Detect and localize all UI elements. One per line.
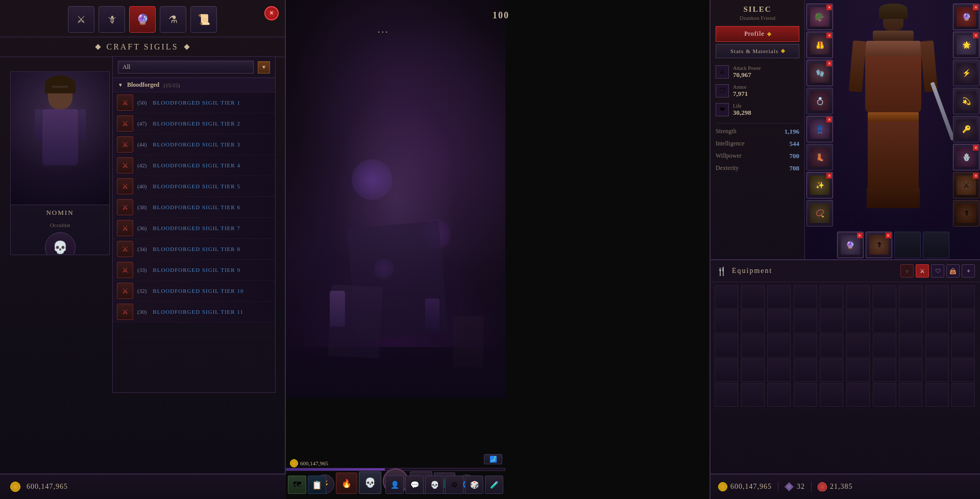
inv-slot-3-9[interactable] (951, 359, 975, 382)
sigil-item-3[interactable]: (42) BLOODFORGED SIGIL TIER 4 (113, 155, 275, 176)
potion-button[interactable]: 🧪 (485, 476, 503, 494)
inv-slot-4-5[interactable] (846, 383, 870, 407)
nav-tab-2[interactable]: 🗡 (99, 6, 125, 33)
inv-slot-4-6[interactable] (873, 383, 896, 407)
inv-slot-1-1[interactable] (741, 310, 765, 333)
inv-slot-1-3[interactable] (794, 310, 817, 333)
inv-slot-4-4[interactable] (820, 383, 843, 407)
filter-dropdown-button[interactable]: ▼ (258, 61, 270, 73)
inv-slot-4-7[interactable] (899, 383, 922, 407)
chat-button[interactable]: 💬 (405, 476, 424, 494)
inv-slot-0-9[interactable] (951, 285, 975, 309)
filter-btn-shield[interactable]: 🛡 (931, 264, 944, 278)
inv-slot-4-8[interactable] (925, 383, 949, 407)
sigil-item-0[interactable]: (50) BLOODFORGED SIGIL TIER 1 (113, 92, 275, 113)
category-header[interactable]: ▼ Bloodforged (15/15) (113, 78, 275, 92)
slot-empty1[interactable] (894, 232, 921, 258)
inv-slot-2-6[interactable] (873, 334, 896, 358)
inv-slot-1-0[interactable] (715, 310, 738, 333)
inv-slot-0-6[interactable] (873, 285, 896, 309)
inv-slot-4-3[interactable] (794, 383, 817, 407)
slot-r4[interactable]: 💫 (953, 88, 979, 114)
filter-select-display[interactable]: All (118, 61, 254, 73)
inv-slot-0-3[interactable] (794, 285, 817, 309)
inv-slot-1-6[interactable] (873, 310, 896, 333)
inv-slot-2-7[interactable] (899, 334, 922, 358)
sigil-item-1[interactable]: (47) BLOODFORGED SIGIL TIER 2 (113, 113, 275, 134)
sigil-item-9[interactable]: (32) BLOODFORGED SIGIL TIER 10 (113, 281, 275, 302)
inv-slot-4-2[interactable] (767, 383, 791, 407)
sigil-item-7[interactable]: (34) BLOODFORGED SIGIL TIER 8 (113, 239, 275, 260)
quest-button[interactable]: 📋 (308, 476, 326, 494)
slot-amulet[interactable]: 📿 (806, 200, 833, 227)
slot-offhand2[interactable]: 🗡 ✕ (866, 232, 892, 258)
inv-slot-0-8[interactable] (925, 285, 949, 309)
filter-btn-circle[interactable]: ○ (900, 264, 914, 278)
inv-slot-2-8[interactable] (925, 334, 949, 358)
inv-slot-0-5[interactable] (846, 285, 870, 309)
settings-button[interactable]: ⚙ (445, 476, 463, 494)
sigil-item-10[interactable]: (30) BLOODFORGED SIGIL TIER 11 (113, 302, 275, 322)
inv-slot-4-1[interactable] (741, 383, 765, 407)
filter-btn-misc[interactable]: ✦ (962, 264, 975, 278)
sigil-item-6[interactable]: (36) BLOODFORGED SIGIL TIER 7 (113, 218, 275, 239)
filter-btn-bag[interactable]: 👜 (946, 264, 960, 278)
inv-slot-3-3[interactable] (794, 359, 817, 382)
inv-slot-0-0[interactable] (715, 285, 738, 309)
inv-slot-3-7[interactable] (899, 359, 922, 382)
inv-slot-0-1[interactable] (741, 285, 765, 309)
sigil-item-4[interactable]: (40) BLOODFORGED SIGIL TIER 5 (113, 176, 275, 197)
inv-slot-3-4[interactable] (820, 359, 843, 382)
filter-btn-sword[interactable]: ⚔ (916, 264, 929, 278)
slot-weapon2[interactable]: 🗡 (953, 200, 979, 227)
sigil-item-2[interactable]: (44) BLOODFORGED SIGIL TIER 3 (113, 134, 275, 155)
slot-extra[interactable]: ✨ ✕ (806, 172, 833, 198)
slot-r1[interactable]: 🔮 ✕ (953, 4, 979, 30)
inv-slot-1-4[interactable] (820, 310, 843, 333)
inv-slot-1-9[interactable] (951, 310, 975, 333)
action-slot-1[interactable]: 🔥 (336, 472, 357, 494)
nav-tab-3[interactable]: 🔮 (129, 6, 156, 33)
inv-slot-4-9[interactable] (951, 383, 975, 407)
skull-button[interactable]: 💀 (425, 476, 444, 494)
stats-materials-button[interactable]: Stats & Materials (716, 44, 799, 58)
inv-slot-0-4[interactable] (820, 285, 843, 309)
inv-slot-3-0[interactable] (715, 359, 738, 382)
slot-r2[interactable]: 🌟 ✕ (953, 32, 979, 58)
slot-r5[interactable]: 🔑 (953, 116, 979, 142)
inv-slot-1-5[interactable] (846, 310, 870, 333)
inv-slot-1-2[interactable] (767, 310, 791, 333)
inv-slot-1-7[interactable] (899, 310, 922, 333)
inv-slot-2-9[interactable] (951, 334, 975, 358)
inv-slot-3-2[interactable] (767, 359, 791, 382)
minimap-toggle-button[interactable]: 🗺 (288, 476, 306, 494)
slot-offhand1[interactable]: 🔮 ✕ (837, 232, 864, 258)
inv-slot-3-6[interactable] (873, 359, 896, 382)
slot-ring1[interactable]: 💍 (806, 88, 833, 114)
nav-tab-5[interactable]: 📜 (190, 6, 217, 33)
slot-empty2[interactable] (923, 232, 949, 258)
action-slot-2[interactable]: 💀 (359, 471, 381, 494)
profile-button[interactable]: Profile (716, 26, 799, 42)
slot-r3[interactable]: ⚡ (953, 60, 979, 86)
slot-chest[interactable]: 🦺 ✕ (806, 32, 833, 58)
inv-slot-2-1[interactable] (741, 334, 765, 358)
inv-slot-2-4[interactable] (820, 334, 843, 358)
inv-slot-3-1[interactable] (741, 359, 765, 382)
slot-r6[interactable]: 🪬 ✕ (953, 144, 979, 170)
nav-tab-4[interactable]: ⚗ (160, 6, 186, 33)
inv-slot-0-2[interactable] (767, 285, 791, 309)
sigil-item-5[interactable]: (38) BLOODFORGED SIGIL TIER 6 (113, 197, 275, 218)
inv-slot-2-0[interactable] (715, 334, 738, 358)
slot-gloves[interactable]: 🧤 ✕ (806, 60, 833, 86)
slot-boots[interactable]: 👢 (806, 144, 833, 170)
inv-slot-0-7[interactable] (899, 285, 922, 309)
slot-pants[interactable]: 👖 ✕ (806, 116, 833, 142)
nav-tab-1[interactable]: ⚔ (68, 6, 94, 33)
slot-helmet[interactable]: 🪖 ✕ (806, 4, 833, 30)
inv-slot-3-5[interactable] (846, 359, 870, 382)
inv-slot-1-8[interactable] (925, 310, 949, 333)
slot-weapon1[interactable]: ⚔ ✕ (953, 172, 979, 198)
inv-slot-4-0[interactable] (715, 383, 738, 407)
extra-button[interactable]: 🎲 (465, 476, 483, 494)
